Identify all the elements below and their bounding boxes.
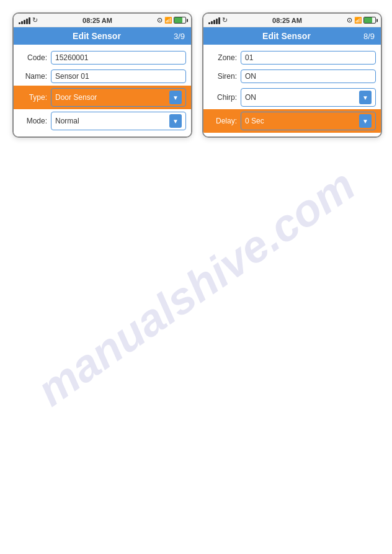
- siren-input[interactable]: ON: [241, 69, 376, 83]
- mode-select[interactable]: Normal ▼: [51, 112, 186, 130]
- signal-icon-4: 📶: [354, 17, 362, 24]
- siren-label: Siren:: [208, 72, 241, 81]
- type-dropdown-arrow[interactable]: ▼: [169, 91, 182, 104]
- zone-label: Zone:: [208, 53, 241, 62]
- type-label: Type:: [19, 93, 51, 102]
- title-count-1: 3/9: [174, 32, 185, 41]
- code-row: Code: 15260001: [14, 48, 191, 67]
- title-bar-2: Edit Sensor 8/9: [203, 27, 381, 45]
- title-text-2: Edit Sensor: [210, 31, 363, 41]
- wifi-icon-1: ⊙: [157, 16, 163, 24]
- phone-2: ↻ 08:25 AM ⊙ 📶 Edit Sensor 8/9 Zone: 01: [202, 12, 382, 138]
- status-left-2: ↻: [208, 16, 228, 24]
- mode-value: Normal: [55, 117, 79, 125]
- battery-icon-2: [363, 17, 376, 24]
- chirp-row: Chirp: ON ▼: [203, 86, 381, 109]
- siren-row: Siren: ON: [203, 67, 381, 86]
- type-select[interactable]: Door Sensor ▼: [51, 88, 186, 107]
- status-right-1: ⊙ 📶: [157, 16, 186, 24]
- time-2: 08:25 AM: [272, 17, 302, 24]
- refresh-icon-2: ↻: [222, 16, 228, 24]
- name-input[interactable]: Sensor 01: [51, 69, 186, 83]
- form-area-2: Zone: 01 Siren: ON Chirp: ON ▼ Delay:: [203, 45, 381, 136]
- watermark: manualshive.com: [28, 159, 364, 416]
- chirp-label: Chirp:: [208, 93, 241, 102]
- title-count-2: 8/9: [363, 32, 375, 41]
- name-row: Name: Sensor 01: [14, 67, 191, 86]
- status-bar-2: ↻ 08:25 AM ⊙ 📶: [203, 14, 381, 27]
- status-bar-1: ↻ 08:25 AM ⊙ 📶: [14, 14, 191, 27]
- zone-input[interactable]: 01: [241, 51, 376, 65]
- zone-row: Zone: 01: [203, 48, 381, 67]
- delay-value: 0 Sec: [245, 117, 264, 125]
- mode-dropdown-arrow[interactable]: ▼: [169, 114, 182, 128]
- delay-row[interactable]: Delay: 0 Sec ▼: [203, 109, 381, 133]
- delay-label: Delay:: [208, 117, 241, 125]
- chirp-dropdown-arrow[interactable]: ▼: [359, 91, 372, 104]
- battery-icon-1: [174, 17, 186, 24]
- status-left-1: ↻: [19, 16, 38, 24]
- signal-icon-2: 📶: [164, 17, 172, 24]
- time-1: 08:25 AM: [82, 17, 112, 24]
- signal-icon-3: [208, 17, 220, 24]
- status-right-2: ⊙ 📶: [347, 16, 376, 24]
- mode-label: Mode:: [19, 117, 51, 125]
- delay-dropdown-arrow[interactable]: ▼: [359, 114, 372, 128]
- chirp-value: ON: [245, 93, 256, 102]
- title-bar-1: Edit Sensor 3/9: [14, 27, 191, 45]
- refresh-icon-1: ↻: [32, 16, 38, 24]
- phone-1: ↻ 08:25 AM ⊙ 📶 Edit Sensor 3/9 Code: 152…: [12, 12, 192, 138]
- name-label: Name:: [19, 72, 51, 81]
- phones-container: ↻ 08:25 AM ⊙ 📶 Edit Sensor 3/9 Code: 152…: [0, 0, 392, 150]
- title-text-1: Edit Sensor: [20, 31, 174, 41]
- form-area-1: Code: 15260001 Name: Sensor 01 Type: Doo…: [14, 45, 191, 136]
- type-value: Door Sensor: [55, 93, 97, 102]
- type-row[interactable]: Type: Door Sensor ▼: [14, 86, 191, 109]
- code-input[interactable]: 15260001: [51, 51, 186, 65]
- delay-select[interactable]: 0 Sec ▼: [241, 112, 376, 130]
- signal-icon-1: [19, 17, 30, 24]
- code-label: Code:: [19, 53, 51, 62]
- wifi-icon-2: ⊙: [347, 16, 352, 24]
- chirp-select[interactable]: ON ▼: [241, 88, 376, 107]
- mode-row: Mode: Normal ▼: [14, 109, 191, 133]
